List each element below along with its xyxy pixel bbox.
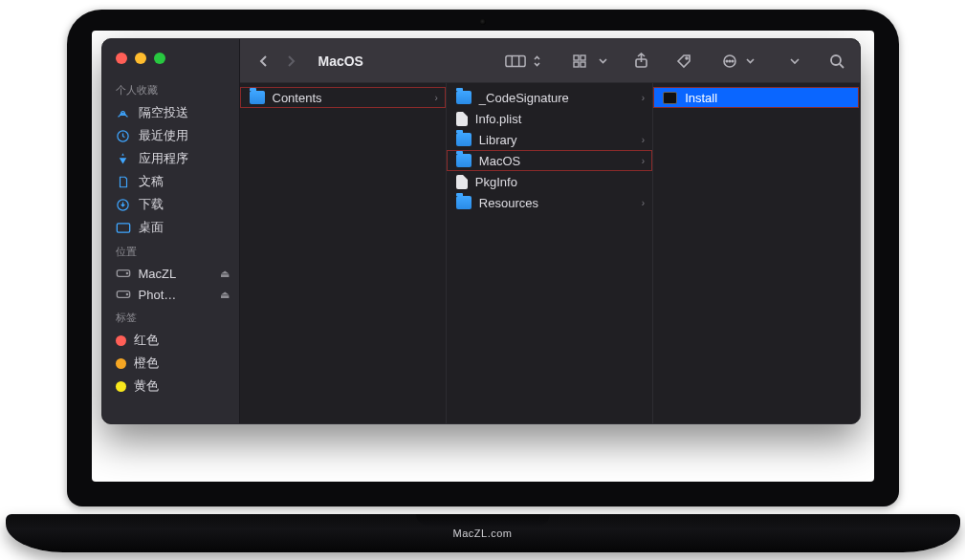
chevron-down-icon[interactable] <box>745 48 757 75</box>
sidebar-section-locations: 位置 <box>102 239 239 263</box>
folder-icon <box>456 154 472 167</box>
svg-point-7 <box>126 293 127 294</box>
svg-rect-9 <box>574 55 579 60</box>
exec-icon <box>663 92 677 104</box>
laptop-base: MacZL.com <box>6 514 960 552</box>
tag-dot-icon <box>116 335 126 346</box>
item-label: Resources <box>479 196 538 210</box>
sidebar-item-label: 下载 <box>139 196 164 213</box>
sidebar-item-label: Phot… <box>139 288 177 302</box>
nav-forward-button[interactable] <box>278 48 303 75</box>
tag-dot-icon <box>116 358 126 369</box>
zoom-button[interactable] <box>154 53 165 64</box>
clock-icon <box>116 128 131 143</box>
chevron-down-icon[interactable] <box>598 48 609 75</box>
sidebar-item-downloads[interactable]: 下载 <box>102 193 239 216</box>
folder-icon <box>456 133 472 146</box>
apps-icon <box>116 151 131 166</box>
sidebar-item-applications[interactable]: 应用程序 <box>102 147 239 170</box>
eject-icon[interactable]: ⏏ <box>220 289 230 301</box>
item-label: Contents <box>273 91 322 105</box>
disk-icon <box>116 287 131 302</box>
list-item[interactable]: Install <box>653 87 859 108</box>
list-item[interactable]: _CodeSignature › <box>447 87 652 108</box>
nav-back-button[interactable] <box>252 48 276 75</box>
column-1: _CodeSignature › Info.plist Library › <box>447 83 653 423</box>
finder-window: 个人收藏 隔空投送 最近使用 <box>101 38 861 424</box>
sidebar-item-label: 红色 <box>134 332 159 349</box>
folder-icon <box>250 91 265 104</box>
window-traffic-lights <box>102 49 239 77</box>
sidebar-item-label: 橙色 <box>134 355 159 372</box>
column-view: Contents › _CodeSignature › <box>240 83 860 423</box>
list-item[interactable]: Contents › <box>240 87 446 108</box>
sidebar-item-label: 黄色 <box>134 377 159 395</box>
tag-button[interactable] <box>670 48 697 75</box>
sidebar-item-label: 隔空投送 <box>139 104 188 121</box>
toolbar: MacOS <box>240 39 860 83</box>
sidebar-item-desktop[interactable]: 桌面 <box>102 216 239 239</box>
group-by-button[interactable] <box>569 48 596 75</box>
share-button[interactable] <box>628 48 655 75</box>
column-0: Contents › <box>240 83 447 423</box>
camera-dot <box>480 19 486 25</box>
chevron-right-icon: › <box>642 156 645 166</box>
download-icon <box>116 197 131 212</box>
list-item[interactable]: Info.plist <box>447 108 652 129</box>
desktop-icon <box>116 220 131 235</box>
eject-icon[interactable]: ⏏ <box>220 268 230 280</box>
search-button[interactable] <box>823 48 850 75</box>
sidebar-tag-red[interactable]: 红色 <box>102 329 239 352</box>
chevron-right-icon: › <box>434 93 437 103</box>
item-label: Info.plist <box>475 112 521 126</box>
sidebar-item-label: 应用程序 <box>139 150 188 167</box>
sidebar: 个人收藏 隔空投送 最近使用 <box>102 39 240 423</box>
item-label: _CodeSignature <box>479 91 569 105</box>
view-columns-button[interactable] <box>502 48 529 75</box>
sidebar-item-disk-maczl[interactable]: MacZL ⏏ <box>102 263 239 284</box>
sidebar-section-favorites: 个人收藏 <box>102 77 239 101</box>
list-item[interactable]: MacOS › <box>447 150 652 171</box>
sidebar-section-tags: 标签 <box>102 305 239 329</box>
laptop-notch <box>416 514 550 526</box>
sidebar-tag-orange[interactable]: 橙色 <box>102 352 239 375</box>
sidebar-item-label: 最近使用 <box>139 127 188 144</box>
svg-rect-3 <box>117 223 129 231</box>
window-title: MacOS <box>318 54 363 69</box>
chevron-right-icon: › <box>642 135 645 145</box>
sidebar-item-label: 桌面 <box>139 219 164 236</box>
minimize-button[interactable] <box>135 53 146 64</box>
column-2: Install <box>653 83 859 423</box>
svg-rect-8 <box>505 55 524 66</box>
airdrop-icon <box>116 105 131 120</box>
tag-dot-icon <box>116 381 126 392</box>
sidebar-item-label: 文稿 <box>139 173 164 190</box>
item-label: Install <box>685 91 717 105</box>
file-icon <box>456 112 468 126</box>
item-label: Library <box>479 133 517 147</box>
svg-point-17 <box>729 60 731 62</box>
list-item[interactable]: Resources › <box>447 192 652 213</box>
action-menu-button[interactable] <box>716 48 743 75</box>
folder-icon <box>456 196 472 209</box>
folder-icon <box>456 91 472 104</box>
list-item[interactable]: PkgInfo <box>447 171 652 192</box>
svg-point-18 <box>732 60 734 62</box>
overflow-button[interactable] <box>781 48 808 75</box>
disk-icon <box>116 266 131 281</box>
svg-point-19 <box>831 55 841 65</box>
brand-label: MacZL.com <box>453 528 513 539</box>
sidebar-item-label: MacZL <box>139 267 177 281</box>
view-menu-chevron-icon[interactable] <box>531 48 544 75</box>
svg-rect-11 <box>574 62 579 67</box>
sidebar-item-disk-phot[interactable]: Phot… ⏏ <box>102 284 239 305</box>
sidebar-item-recents[interactable]: 最近使用 <box>102 124 239 147</box>
svg-point-5 <box>126 272 127 273</box>
svg-rect-12 <box>581 62 585 67</box>
sidebar-tag-yellow[interactable]: 黄色 <box>102 375 239 398</box>
list-item[interactable]: Library › <box>447 129 652 150</box>
svg-point-14 <box>686 57 688 59</box>
close-button[interactable] <box>116 53 127 64</box>
sidebar-item-airdrop[interactable]: 隔空投送 <box>102 101 239 124</box>
sidebar-item-documents[interactable]: 文稿 <box>102 170 239 193</box>
